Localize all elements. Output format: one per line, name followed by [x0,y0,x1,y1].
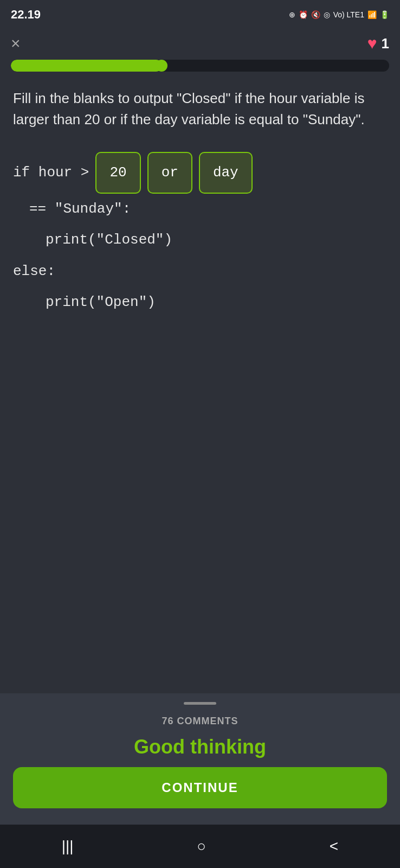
continue-button[interactable]: CONTINUE [13,767,387,808]
code-line1-prefix: if hour > [13,157,89,188]
wifi-icon: 📶 [367,10,377,19]
main-content: Fill in the blanks to output "Closed" if… [0,82,400,693]
question-text: Fill in the blanks to output "Closed" if… [13,88,387,130]
heart-icon: ♥ [367,34,377,53]
code-line5-text: print("Open") [46,287,156,318]
nav-bar: ||| ○ < [0,825,400,868]
battery-icon: 🔋 [380,10,389,19]
signal-icon: Vo) LTE1 [333,10,364,19]
code-line4-text: else: [13,256,55,287]
back-button[interactable]: < [313,832,354,860]
progress-track [11,60,389,72]
top-bar: × ♥ 1 [0,27,400,60]
recent-apps-button[interactable]: ||| [46,832,90,860]
status-time: 22.19 [11,8,41,22]
lives-count: 1 [382,35,389,52]
lives-container: ♥ 1 [367,34,389,53]
panel-handle [184,702,216,705]
code-line-2: == "Sunday": [13,194,387,225]
code-area: if hour > 20 or day == "Sunday": print("… [13,152,387,318]
mute-icon: 🔇 [311,10,320,19]
comments-count: 76 COMMENTS [162,716,238,727]
bottom-panel: 76 COMMENTS Good thinking CONTINUE [0,693,400,825]
blank-chip-3[interactable]: day [199,152,253,194]
status-bar: 22.19 ⊕ ⏰ 🔇 ◎ Vo) LTE1 📶 🔋 [0,0,400,27]
status-icons: ⊕ ⏰ 🔇 ◎ Vo) LTE1 📶 🔋 [289,10,389,19]
close-button[interactable]: × [11,35,21,52]
blank-chip-2[interactable]: or [147,152,192,194]
home-button[interactable]: ○ [180,832,222,860]
code-line-4: else: [13,256,387,287]
alarm-icon: ⏰ [299,10,308,19]
location-icon: ◎ [324,10,330,19]
progress-bar-container [0,60,400,72]
key-icon: ⊕ [289,10,295,19]
progress-fill [11,60,162,72]
code-line2-text: == "Sunday": [29,194,131,225]
blank-chip-1[interactable]: 20 [95,152,140,194]
code-line-1: if hour > 20 or day [13,152,387,194]
progress-knob [156,60,167,72]
feedback-text: Good thinking [134,736,266,758]
code-line-3: print("Closed") [13,225,387,256]
code-line3-text: print("Closed") [46,225,172,256]
code-line-5: print("Open") [13,287,387,318]
